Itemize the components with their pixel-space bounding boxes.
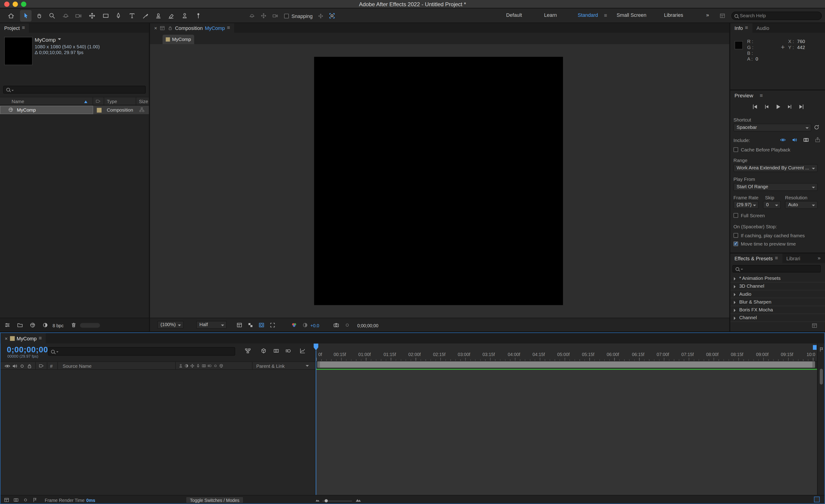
tab-composition[interactable]: × Composition MyComp ≡	[150, 23, 234, 33]
panel-list-icon[interactable]	[811, 322, 818, 329]
list-item[interactable]: * Animation Presets	[730, 274, 825, 282]
adjustment-layer-icon[interactable]	[213, 363, 218, 368]
motion-blur-icon[interactable]	[207, 363, 212, 368]
solo-icon[interactable]	[19, 363, 25, 369]
previous-frame-button[interactable]	[763, 103, 770, 110]
camera-pan-icon[interactable]	[258, 10, 269, 21]
motion-blur-icon[interactable]	[285, 348, 291, 354]
column-source-name[interactable]: Source Name	[63, 363, 92, 369]
interpret-footage-icon[interactable]	[4, 322, 10, 328]
snap-options-icon[interactable]	[315, 10, 326, 21]
workspace-libraries[interactable]: Libraries	[664, 12, 683, 18]
workspace-menu-icon[interactable]: ≡	[604, 13, 607, 18]
column-parent-link[interactable]: Parent & Link	[256, 363, 285, 369]
frame-blend-icon[interactable]	[202, 363, 206, 368]
hand-tool[interactable]	[33, 10, 45, 21]
marker-icon[interactable]	[32, 497, 38, 503]
layer-switches-toggle-icon[interactable]	[4, 497, 9, 503]
panel-overflow-icon[interactable]: »	[818, 255, 821, 261]
list-item[interactable]: 3D Channel	[730, 282, 825, 290]
effects-search[interactable]	[733, 265, 821, 272]
skip-dropdown[interactable]: 0	[763, 201, 781, 209]
roto-brush-tool[interactable]	[179, 10, 191, 21]
playhead-line[interactable]	[316, 350, 316, 495]
chevron-right-icon[interactable]	[734, 317, 737, 320]
tab-project[interactable]: Project ≡	[0, 23, 29, 33]
panel-menu-icon[interactable]: ≡	[39, 336, 42, 341]
full-screen-checkbox[interactable]	[733, 213, 738, 218]
collapse-transforms-icon[interactable]	[184, 363, 189, 368]
panel-menu-icon[interactable]: ≡	[227, 25, 230, 30]
camera-orbit-icon[interactable]	[246, 10, 258, 21]
transfer-modes-toggle-icon[interactable]	[13, 497, 19, 503]
tab-timeline-mycomp[interactable]: × MyComp ≡	[0, 333, 46, 344]
snap-to-features-icon[interactable]	[326, 10, 338, 21]
orbit-camera-tool[interactable]	[60, 10, 72, 21]
range-dropdown[interactable]: Work Area Extended By Current ...	[733, 164, 818, 172]
column-size[interactable]: Size	[139, 99, 148, 104]
label-column-icon[interactable]	[39, 363, 44, 369]
list-item[interactable]: Boris FX Mocha	[730, 306, 825, 314]
project-search[interactable]	[3, 86, 146, 94]
panel-menu-icon[interactable]: ≡	[775, 256, 778, 261]
label-column-icon[interactable]	[95, 98, 101, 104]
viewer-canvas-area[interactable]	[150, 44, 729, 318]
shape-tool[interactable]	[100, 10, 111, 21]
toggle-switches-modes-button[interactable]: Toggle Switches / Modes	[186, 497, 243, 504]
full-screen-label[interactable]: Full Screen	[741, 213, 765, 219]
exposure-value[interactable]: +0.0	[310, 323, 319, 328]
trash-icon[interactable]	[70, 322, 77, 328]
region-of-interest-icon[interactable]	[269, 322, 276, 328]
column-number[interactable]: #	[50, 363, 53, 369]
exposure-icon[interactable]	[302, 322, 308, 328]
help-search-input[interactable]	[740, 13, 819, 18]
move-time-checkbox[interactable]	[733, 241, 738, 246]
workspace-small-screen[interactable]: Small Screen	[617, 12, 646, 18]
new-folder-icon[interactable]	[17, 322, 23, 328]
next-frame-button[interactable]	[786, 103, 794, 110]
comp-marker-icon[interactable]	[819, 347, 825, 352]
color-management-icon[interactable]	[291, 322, 297, 328]
show-snapshot-icon[interactable]	[344, 322, 350, 328]
column-type[interactable]: Type	[107, 99, 117, 104]
include-video-icon[interactable]	[780, 137, 786, 143]
if-caching-label[interactable]: If caching, play cached frames	[741, 233, 805, 238]
new-composition-icon[interactable]	[29, 322, 36, 328]
timeline-search[interactable]	[48, 347, 235, 356]
workspace-standard[interactable]: Standard	[578, 12, 598, 18]
adjustment-icon[interactable]	[42, 322, 48, 328]
first-frame-button[interactable]	[751, 103, 759, 110]
draft-3d-icon[interactable]	[260, 348, 267, 354]
lock-icon[interactable]	[26, 363, 32, 369]
work-area-bar[interactable]	[317, 361, 815, 367]
snapshot-icon[interactable]	[333, 322, 339, 328]
quality-icon[interactable]	[190, 363, 195, 368]
include-audio-icon[interactable]	[792, 137, 798, 143]
lock-icon[interactable]	[167, 25, 173, 31]
export-icon[interactable]	[814, 137, 821, 143]
table-row[interactable]: MyComp Composition	[0, 106, 149, 114]
play-button[interactable]	[774, 103, 782, 110]
viewer-timecode[interactable]: 0;00;00;00	[357, 323, 378, 328]
move-time-label[interactable]: Move time to preview time	[741, 241, 796, 247]
grid-guides-icon[interactable]	[236, 322, 242, 328]
puppet-pin-tool[interactable]	[193, 10, 204, 21]
shy-icon[interactable]	[178, 363, 183, 368]
color-depth-button[interactable]: 8 bpc	[53, 323, 64, 328]
chevron-right-icon[interactable]	[734, 277, 737, 280]
zoom-in-mountain-icon[interactable]	[355, 497, 361, 503]
selected-comp-name[interactable]: MyComp	[35, 37, 61, 43]
chevron-right-icon[interactable]	[734, 301, 737, 304]
camera-dolly-icon[interactable]	[269, 10, 281, 21]
time-ruler[interactable]: 0f 00:15f 01:00f 01:15f 02:00f 02:15f 03…	[316, 344, 817, 361]
include-overlays-icon[interactable]	[803, 137, 809, 143]
home-tool[interactable]	[5, 10, 17, 21]
zoom-tool[interactable]	[46, 10, 58, 21]
close-icon[interactable]: ×	[154, 25, 157, 31]
snapping-checkbox[interactable]	[284, 14, 289, 18]
graph-editor-icon[interactable]	[299, 348, 306, 354]
type-tool[interactable]	[126, 10, 138, 21]
zoom-out-mountain-icon[interactable]	[315, 498, 320, 502]
layer-list-area[interactable]	[0, 370, 315, 495]
row-name-cell[interactable]	[0, 106, 93, 114]
